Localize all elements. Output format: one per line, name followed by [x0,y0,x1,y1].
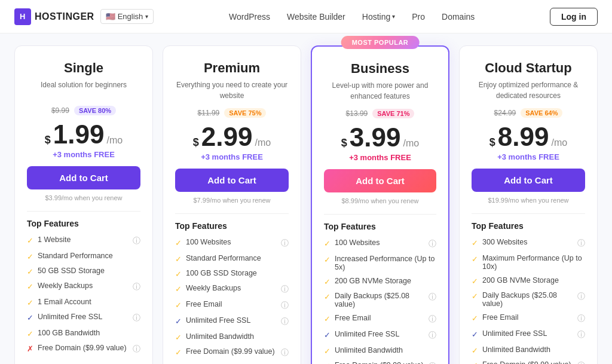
features-title: Top Features [27,219,140,228]
original-price: $11.99 [198,109,220,117]
price-row: $ 3.99 /mo [324,124,436,151]
price-dollar: $ [489,136,495,149]
feature-info-icon[interactable]: ⓘ [281,347,289,358]
nav-hosting[interactable]: Hosting ▾ [362,12,395,22]
feature-info-icon[interactable]: ⓘ [133,282,140,292]
feature-check-icon: ✓ [27,282,33,291]
price-row: $ 2.99 /mo [175,124,289,150]
feature-info-icon[interactable]: ⓘ [133,235,140,246]
feature-item: ✓ 200 GB NVMe Storage [472,276,585,286]
nav-pro[interactable]: Pro [412,12,425,22]
feature-item: ✓ Unlimited Bandwidth [175,332,289,342]
feature-item: ✓ Free Domain ($9.99 value) ⓘ [324,361,436,364]
feature-check-icon: ✓ [324,255,331,264]
feature-check-icon: ✓ [27,252,33,261]
price-amount: 8.99 [498,124,549,150]
feature-check-icon: ✓ [175,285,182,293]
feature-item: ✓ Daily Backups ($25.08 value) ⓘ [324,292,436,308]
features-title: Top Features [175,221,289,231]
logo[interactable]: H HOSTINGER [14,8,94,25]
feature-check-icon: ✓ [472,346,478,355]
feature-info-icon[interactable]: ⓘ [133,313,140,323]
language-selector[interactable]: 🇺🇸 English ▾ [100,9,154,24]
feature-info-icon[interactable]: ⓘ [429,292,436,302]
renew-price: $19.99/mo when you renew [472,197,585,204]
feature-label: 1 Website [38,235,71,244]
price-row: $ 8.99 /mo [472,124,585,150]
feature-item: ✓ Weekly Backups ⓘ [175,284,289,295]
price-amount: 2.99 [201,124,253,150]
feature-label: Free Domain ($9.99 value) [38,344,127,352]
feature-info-icon[interactable]: ⓘ [281,316,289,327]
feature-info-icon[interactable]: ⓘ [577,313,585,324]
feature-info-icon[interactable]: ⓘ [429,361,436,364]
divider [324,214,436,215]
add-to-cart-button[interactable]: Add to Cart [324,169,436,192]
feature-item: ✓ Free Domain ($9.99 value) ⓘ [472,360,585,364]
feature-item: ✓ 1 Email Account [27,298,140,307]
feature-info-icon[interactable]: ⓘ [577,291,585,302]
feature-label: Free Email [335,314,371,322]
original-price-row: $11.99 SAVE 75% [175,108,289,118]
feature-label: Free Domain ($9.99 value) [482,360,571,364]
plan-name: Business [324,61,436,77]
features-title: Top Features [324,222,436,231]
feature-info-icon[interactable]: ⓘ [281,300,289,311]
feature-item: ✓ Unlimited Free SSL ⓘ [27,313,140,323]
feature-label: 100 GB Bandwidth [38,329,100,337]
feature-label: Unlimited Bandwidth [482,345,550,354]
feature-info-icon[interactable]: ⓘ [281,284,289,295]
feature-info-icon[interactable]: ⓘ [577,329,585,340]
login-button[interactable]: Log in [550,8,598,26]
save-badge: SAVE 64% [521,108,562,118]
add-to-cart-button[interactable]: Add to Cart [27,166,140,189]
feature-item: ✓ Weekly Backups ⓘ [27,282,140,292]
feature-info-icon[interactable]: ⓘ [429,314,436,325]
nav-website-builder[interactable]: Website Builder [287,12,345,22]
divider [472,213,585,214]
divider [175,213,289,214]
feature-item: ✓ Maximum Performance (Up to 10x) [472,254,585,271]
feature-check-icon: ✓ [324,314,331,323]
feature-info-icon[interactable]: ⓘ [577,360,585,364]
feature-check-icon: ✓ [472,330,478,339]
feature-info-icon[interactable]: ⓘ [429,330,436,341]
flag-icon: 🇺🇸 [106,12,115,21]
feature-item: ✓ 100 Websites ⓘ [175,238,289,249]
feature-info-icon[interactable]: ⓘ [133,344,140,354]
feature-label: Unlimited Free SSL [186,316,250,325]
add-to-cart-button[interactable]: Add to Cart [472,169,585,192]
feature-label: Free Domain ($9.99 value) [186,347,275,356]
navbar-right: Log in [550,8,598,26]
save-badge: SAVE 80% [74,106,116,115]
lang-label: English [118,12,143,21]
feature-check-icon: ✓ [472,255,478,264]
feature-check-icon: ✓ [175,301,182,310]
feature-item: ✓ 300 Websites ⓘ [472,238,585,249]
feature-check-icon: ✓ [175,317,182,326]
nav-wordpress[interactable]: WordPress [229,12,270,22]
feature-label: Daily Backups ($25.08 value) [482,291,573,308]
feature-info-icon[interactable]: ⓘ [429,238,436,249]
price-suffix: /mo [255,137,271,148]
feature-info-icon[interactable]: ⓘ [281,238,289,249]
feature-check-icon: ✓ [324,292,331,301]
feature-check-icon: ✓ [472,238,478,247]
chevron-down-icon: ▾ [145,13,148,20]
hosting-chevron-icon: ▾ [392,13,395,20]
feature-label: Unlimited Bandwidth [335,346,403,354]
feature-label: 200 GB NVMe Storage [335,277,411,285]
divider [27,211,140,212]
nav-domains[interactable]: Domains [442,12,475,22]
feature-item: ✓ 100 GB SSD Storage [175,269,289,279]
plan-name: Single [27,60,140,76]
feature-label: Unlimited Free SSL [482,329,547,338]
feature-item: ✓ Unlimited Free SSL ⓘ [472,329,585,340]
original-price-row: $13.99 SAVE 71% [324,109,436,118]
add-to-cart-button[interactable]: Add to Cart [175,169,289,192]
feature-item: ✓ Free Email ⓘ [175,300,289,311]
feature-item: ✓ 50 GB SSD Storage [27,267,140,276]
price-dollar: $ [45,134,51,146]
feature-item: ✓ Unlimited Bandwidth [324,346,436,356]
feature-info-icon[interactable]: ⓘ [577,238,585,249]
